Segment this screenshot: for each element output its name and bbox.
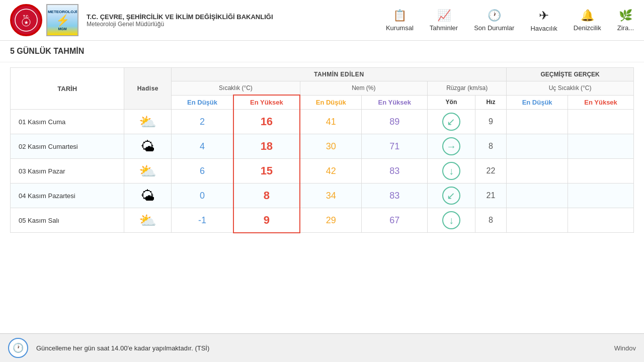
tahminler-icon: 📈	[437, 9, 451, 22]
svg-text:T.C.: T.C.	[23, 15, 30, 18]
gercek-max-cell	[568, 208, 634, 233]
hiz-cell: 21	[475, 184, 506, 208]
tarih-cell: 02 Kasım Cumartesi	[11, 134, 124, 159]
table-row: 04 Kasım Pazartesi 🌤 0 8 34 83 ↙ 21	[11, 184, 634, 208]
sicaklik-min-cell: 2	[172, 110, 233, 134]
nem-min-cell: 41	[300, 110, 362, 134]
logos: T.C. ★ METEOROLOJİ ⚡ MGM	[10, 4, 78, 36]
ziraat-icon: 🌿	[619, 9, 632, 22]
tarih-header: TARİH	[11, 68, 124, 110]
hadise-cell: 🌤	[124, 134, 172, 159]
sicaklik-header: Sıcaklık (°C)	[172, 81, 300, 96]
gercek-min-cell	[507, 184, 568, 208]
gercek-min-cell	[507, 110, 568, 134]
nem-header: Nem (%)	[300, 81, 428, 96]
tc-logo: T.C. ★	[10, 4, 42, 36]
sicaklik-min-cell: 6	[172, 159, 233, 184]
tarih-cell: 03 Kasım Pazar	[11, 159, 124, 184]
gercek-min-cell	[507, 208, 568, 233]
tarih-cell: 01 Kasım Cuma	[11, 110, 124, 134]
header-title: T.C. ÇEVRE, ŞEHİRCİLİK VE İKLİM DEĞİŞİKL…	[87, 13, 386, 28]
tarih-cell: 04 Kasım Pazartesi	[11, 184, 124, 208]
yon-cell: ↙	[428, 110, 475, 134]
son-durumlar-label: Son Durumlar	[474, 24, 514, 32]
nem-max-cell: 83	[362, 159, 428, 184]
yon-cell: ↙	[428, 184, 475, 208]
gercek-max-cell	[568, 159, 634, 184]
sicaklik-max-cell: 16	[233, 110, 300, 134]
nav-ziraat[interactable]: 🌿 Zira...	[617, 9, 634, 32]
nem-min-cell: 42	[300, 159, 362, 184]
nav-son-durumlar[interactable]: 🕐 Son Durumlar	[474, 9, 514, 32]
denizcilik-icon: 🔔	[581, 9, 594, 22]
main-title: T.C. ÇEVRE, ŞEHİRCİLİK VE İKLİM DEĞİŞİKL…	[87, 13, 386, 21]
havacilik-icon: ✈	[539, 9, 549, 23]
sicaklik-max-cell: 8	[233, 184, 300, 208]
gercek-max-cell	[568, 134, 634, 159]
sicaklik-min-header: En Düşük	[172, 95, 233, 110]
kurumsal-icon: 📋	[393, 9, 407, 22]
ziraat-label: Zira...	[617, 24, 634, 32]
nav-tahminler[interactable]: 📈 Tahminler	[430, 9, 458, 32]
ruzgar-header: Rüzgar (km/sa)	[428, 81, 507, 96]
yon-cell: ↓	[428, 159, 475, 184]
nem-max-cell: 89	[362, 110, 428, 134]
sicaklik-max-header: En Yüksek	[233, 95, 300, 110]
hiz-cell: 8	[475, 208, 506, 233]
hadise-cell: ⛅	[124, 110, 172, 134]
nem-max-cell: 83	[362, 184, 428, 208]
son-durumlar-icon: 🕐	[488, 9, 501, 22]
gercek-max-header: En Yüksek	[568, 95, 634, 110]
sub-title: Meteoroloji Genel Müdürlüğü	[87, 21, 386, 28]
tahminler-label: Tahminler	[430, 24, 458, 32]
gercek-min-cell	[507, 134, 568, 159]
havacilik-label: Havacılık	[530, 25, 557, 32]
sicaklik-min-cell: -1	[172, 208, 233, 233]
gercek-min-cell	[507, 159, 568, 184]
nem-min-header: En Düşük	[300, 95, 362, 110]
hadise-cell: ⛅	[124, 159, 172, 184]
table-row: 03 Kasım Pazar ⛅ 6 15 42 83 ↓ 22	[11, 159, 634, 184]
tarih-cell: 05 Kasım Salı	[11, 208, 124, 233]
sicaklik-max-cell: 15	[233, 159, 300, 184]
yon-cell: →	[428, 134, 475, 159]
hiz-cell: 22	[475, 159, 506, 184]
gercek-max-cell	[568, 110, 634, 134]
yon-cell: ↓	[428, 208, 475, 233]
footer-update-text: Güncelleme her gün saat 14.00'e kadar ya…	[36, 344, 606, 352]
hadise-cell: ⛅	[124, 208, 172, 233]
nav-havacilik[interactable]: ✈ Havacılık	[530, 9, 557, 32]
hiz-cell: 9	[475, 110, 506, 134]
meteoroloji-logo: METEOROLOJİ ⚡ MGM	[46, 4, 78, 36]
yon-header: Yön	[428, 95, 475, 110]
table-row: 05 Kasım Salı ⛅ -1 9 29 67 ↓ 8	[11, 208, 634, 233]
hiz-cell: 8	[475, 134, 506, 159]
kurumsal-label: Kurumsal	[386, 24, 414, 32]
nem-max-header: En Yüksek	[362, 95, 428, 110]
sicaklik-max-cell: 18	[233, 134, 300, 159]
hadise-header: Hadise	[124, 68, 172, 110]
nav-denizcilik[interactable]: 🔔 Denizcilik	[574, 9, 601, 32]
nem-max-cell: 67	[362, 208, 428, 233]
tahmin-edilen-header: TAHMİN EDİLEN	[172, 68, 507, 81]
footer-windows-text: Windov	[614, 344, 636, 352]
nem-max-cell: 71	[362, 134, 428, 159]
nem-min-cell: 30	[300, 134, 362, 159]
forecast-table: TARİH Hadise TAHMİN EDİLEN GEÇMİŞTE GERÇ…	[10, 67, 634, 233]
footer-clock-icon: 🕐	[8, 338, 28, 358]
footer: 🕐 Güncelleme her gün saat 14.00'e kadar …	[0, 333, 644, 362]
nem-min-cell: 34	[300, 184, 362, 208]
nav-kurumsal[interactable]: 📋 Kurumsal	[386, 9, 414, 32]
nem-min-cell: 29	[300, 208, 362, 233]
table-section: TARİH Hadise TAHMİN EDİLEN GEÇMİŞTE GERÇ…	[0, 62, 644, 238]
hadise-cell: 🌤	[124, 184, 172, 208]
header-nav: 📋 Kurumsal 📈 Tahminler 🕐 Son Durumlar ✈ …	[386, 9, 634, 32]
page-title: 5 GÜNLÜK TAHMİN	[0, 41, 644, 62]
table-row: 01 Kasım Cuma ⛅ 2 16 41 89 ↙ 9	[11, 110, 634, 134]
gecmiste-header: GEÇMİŞTE GERÇEK	[507, 68, 634, 81]
svg-text:★: ★	[24, 20, 29, 25]
header: T.C. ★ METEOROLOJİ ⚡ MGM T.C. ÇEVRE, ŞEH…	[0, 0, 644, 41]
denizcilik-label: Denizcilik	[574, 24, 601, 32]
uc-sicaklik-header: Uç Sıcaklık (°C)	[507, 81, 634, 96]
gercek-max-cell	[568, 184, 634, 208]
